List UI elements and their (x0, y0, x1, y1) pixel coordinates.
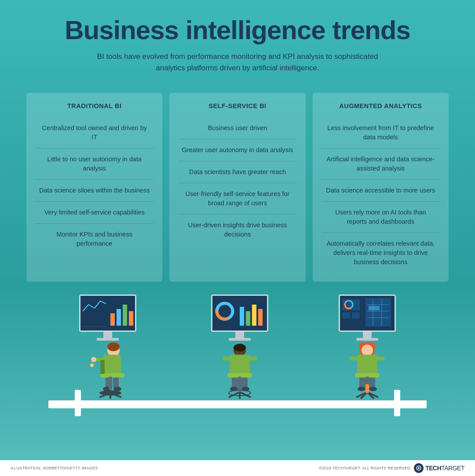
col-title-traditional-bi: TRADITIONAL BI (35, 102, 153, 109)
list-item: Less involvement from IT to predefine da… (322, 117, 440, 148)
page-container: Business intelligence trends BI tools ha… (0, 0, 475, 476)
monitor-3 (339, 294, 396, 341)
column-augmented-analytics: AUGMENTED ANALYTICS Less involvement fro… (313, 93, 449, 282)
svg-rect-62 (350, 356, 358, 360)
svg-rect-27 (246, 311, 250, 326)
col-items-traditional-bi: Centralized tool owned and driven by IT … (35, 117, 153, 254)
col-title-self-service-bi: SELF-SERVICE BI (178, 102, 296, 109)
list-item: Centralized tool owned and driven by IT (35, 117, 153, 148)
monitor-screen-2 (211, 294, 268, 332)
svg-rect-1 (110, 313, 115, 326)
svg-point-67 (369, 387, 377, 391)
column-traditional-bi: TRADITIONAL BI Centralized tool owned an… (26, 93, 162, 282)
svg-rect-48 (352, 312, 360, 319)
svg-point-11 (90, 363, 94, 367)
svg-rect-33 (222, 356, 230, 360)
worker-1 (79, 294, 136, 402)
main-title: Business intelligence trends (26, 16, 449, 45)
monitor-stand-3 (363, 332, 372, 338)
list-item: User-friendly self-service features for … (178, 183, 296, 214)
list-item: Greater user autonomy in data analysis (178, 139, 296, 161)
list-item: User-driven insights drive business deci… (178, 214, 296, 245)
monitor-screen-1 (79, 294, 136, 332)
techtarget-logo: TechTarget (414, 463, 464, 473)
svg-rect-8 (103, 355, 121, 374)
monitor-stand-1 (103, 332, 112, 338)
monitor-base-1 (97, 338, 119, 341)
monitor-base-3 (356, 338, 378, 341)
svg-point-31 (234, 344, 246, 352)
logo-icon (414, 463, 424, 473)
columns-wrapper: TRADITIONAL BI Centralized tool owned an… (26, 93, 449, 282)
svg-rect-32 (230, 355, 250, 374)
worker-3 (339, 294, 396, 402)
list-item: Monitor KPIs and business performance (35, 223, 153, 254)
copyright-text: ©2019 TECHTARGET. ALL RIGHTS RESERVED (319, 466, 410, 470)
svg-point-10 (91, 357, 96, 362)
list-item: Automatically correlates relevant data, … (322, 233, 440, 273)
svg-rect-28 (252, 305, 256, 326)
svg-rect-40 (238, 377, 241, 390)
svg-rect-74 (365, 384, 369, 393)
list-item: Very limited self-service capabilities (35, 201, 153, 223)
list-item: Artificial intelligence and data science… (322, 148, 440, 179)
svg-rect-4 (129, 311, 133, 326)
column-self-service-bi: SELF-SERVICE BI Business user driven Gre… (169, 93, 305, 282)
monitor-screen-3 (339, 294, 396, 332)
svg-point-66 (358, 387, 365, 391)
subtitle: BI tools have evolved from performance m… (88, 51, 387, 73)
person-svg-3 (347, 342, 387, 402)
person-svg-2 (220, 342, 259, 402)
person-svg-1 (88, 342, 128, 402)
svg-rect-2 (117, 309, 121, 326)
svg-point-60 (362, 345, 373, 356)
svg-rect-29 (258, 309, 263, 326)
list-item: Data science accessible to more users (322, 179, 440, 201)
list-item: Business user driven (178, 117, 296, 139)
svg-point-76 (418, 467, 420, 469)
svg-rect-18 (109, 377, 112, 390)
monitor-stand-2 (235, 332, 244, 338)
illustration-area (26, 290, 449, 426)
svg-rect-17 (100, 360, 105, 374)
svg-rect-47 (342, 312, 350, 319)
svg-rect-34 (249, 356, 257, 360)
col-items-self-service-bi: Business user driven Greater user autono… (178, 117, 296, 245)
monitor-2 (211, 294, 268, 341)
svg-rect-3 (123, 305, 127, 326)
svg-rect-63 (377, 356, 385, 360)
svg-point-7 (107, 342, 120, 351)
svg-rect-51 (365, 298, 391, 327)
list-item: Little to no user autonomy in data analy… (35, 148, 153, 179)
svg-rect-57 (369, 306, 380, 310)
monitor-base-2 (229, 338, 251, 341)
list-item: Users rely more on AI tools than reports… (322, 201, 440, 233)
header: Business intelligence trends BI tools ha… (0, 0, 475, 82)
footer: ILLUSTRATION: SORBETTO/GETTY IMAGES ©201… (0, 460, 475, 476)
list-item: Data science siloes within the business (35, 179, 153, 201)
col-items-augmented-analytics: Less involvement from IT to predefine da… (322, 117, 440, 273)
monitor-1 (79, 294, 136, 341)
svg-rect-26 (240, 307, 244, 326)
illustration-credit: ILLUSTRATION: SORBETTO/GETTY IMAGES (11, 466, 98, 470)
col-title-augmented-analytics: AUGMENTED ANALYTICS (322, 102, 440, 109)
svg-rect-61 (357, 355, 377, 374)
footer-right: ©2019 TECHTARGET. ALL RIGHTS RESERVED Te… (319, 463, 464, 473)
brand-name: TechTarget (425, 465, 464, 472)
worker-2 (211, 294, 268, 402)
list-item: Data scientists have greater reach (178, 161, 296, 183)
